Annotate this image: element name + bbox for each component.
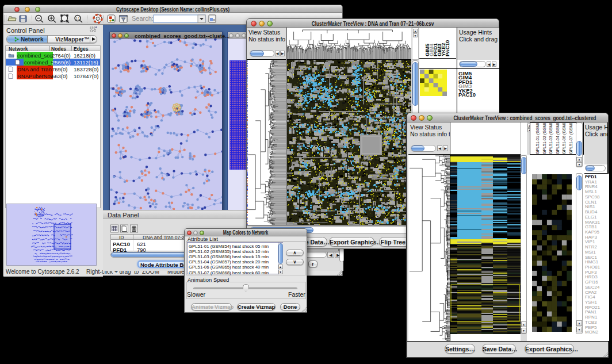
svg-text:Search:: Search: (132, 15, 154, 22)
svg-text:1:1: 1:1 (76, 17, 80, 20)
